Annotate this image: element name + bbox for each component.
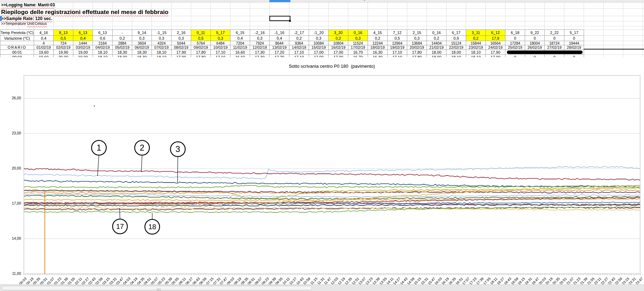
- data-cell[interactable]: 13684: [407, 41, 427, 45]
- horizontal-scrollbar-thumb[interactable]: [1, 286, 312, 290]
- data-cell[interactable]: 24/02/19: [486, 45, 505, 50]
- data-cell[interactable]: 0: [545, 36, 564, 41]
- data-cell[interactable]: 09/02/19: [191, 45, 211, 50]
- data-cell[interactable]: 06/02/19: [132, 45, 152, 50]
- data-cell[interactable]: 17,80: [407, 50, 427, 55]
- data-cell[interactable]: 18,00: [427, 50, 447, 55]
- data-cell[interactable]: 0,3: [211, 36, 230, 41]
- data-cell[interactable]: 28/02/19: [564, 45, 584, 50]
- data-cell[interactable]: 5_17: [211, 30, 230, 36]
- data-cell[interactable]: 17,00: [329, 50, 348, 55]
- data-cell[interactable]: 18,10: [152, 50, 172, 55]
- data-cell[interactable]: 0_16: [348, 30, 368, 36]
- data-cell[interactable]: 0,4: [73, 36, 93, 41]
- data-cell[interactable]: 6484: [211, 41, 230, 45]
- data-cell[interactable]: -1_16: [270, 30, 289, 36]
- data-cell[interactable]: 9364: [289, 41, 309, 45]
- data-cell[interactable]: 23/02/19: [466, 45, 486, 50]
- selected-cell-outline[interactable]: [269, 16, 290, 21]
- data-cell[interactable]: 03/02/19: [73, 45, 93, 50]
- data-cell[interactable]: -1_20: [309, 30, 329, 36]
- data-cell[interactable]: 0: [505, 36, 525, 41]
- data-cell[interactable]: 16/02/19: [329, 45, 348, 50]
- data-cell[interactable]: 7_12: [388, 30, 407, 36]
- data-cell[interactable]: 0,9: [447, 36, 466, 41]
- data-cell[interactable]: 15/02/19: [309, 45, 329, 50]
- data-cell[interactable]: 0,2: [427, 36, 447, 41]
- row-label-cell[interactable]: [0, 41, 34, 45]
- data-cell[interactable]: 0,3: [348, 36, 368, 41]
- data-cell[interactable]: 18724: [545, 41, 564, 45]
- row-label-cell[interactable]: Temp Peretola (°C): [0, 30, 34, 36]
- data-cell[interactable]: 3_11: [466, 30, 486, 36]
- temperature-chart[interactable]: Sotto scrivania centro P0 180 (pavimento…: [0, 57, 644, 284]
- data-cell[interactable]: 17,90: [486, 50, 505, 55]
- data-cell[interactable]: 25/02/19: [505, 45, 525, 50]
- data-cell[interactable]: 0,2: [289, 36, 309, 41]
- data-cell[interactable]: 04/02/19: [93, 45, 113, 50]
- data-cell[interactable]: 22/02/19: [447, 45, 466, 50]
- data-cell[interactable]: -: [113, 30, 132, 36]
- data-cell[interactable]: 2_16: [172, 30, 191, 36]
- data-cell[interactable]: 0,3: [172, 36, 191, 41]
- data-cell[interactable]: -2_16: [250, 30, 270, 36]
- data-cell[interactable]: 6_13: [93, 30, 113, 36]
- report-title-cell[interactable]: Riepilogo delle registrazioni effettuate…: [1, 9, 168, 16]
- temperature-unit-cell[interactable]: >>Temperature Unit:Celsius: [1, 21, 47, 26]
- data-cell[interactable]: 26/02/19: [525, 45, 545, 50]
- data-cell[interactable]: 0,4: [34, 36, 54, 41]
- data-cell[interactable]: 0,3: [152, 36, 172, 41]
- data-cell[interactable]: 0: [525, 36, 545, 41]
- data-cell[interactable]: 2_15: [407, 30, 427, 36]
- data-cell[interactable]: 18/02/19: [368, 45, 388, 50]
- data-cell[interactable]: 14/02/19: [289, 45, 309, 50]
- data-cell[interactable]: 17,80: [191, 50, 211, 55]
- data-cell[interactable]: 0,3: [250, 36, 270, 41]
- data-cell[interactable]: 1444: [73, 41, 93, 45]
- data-cell[interactable]: 12964: [388, 41, 407, 45]
- data-cell[interactable]: 7924: [250, 41, 270, 45]
- data-cell[interactable]: 21/02/19: [427, 45, 447, 50]
- data-cell[interactable]: 5764: [191, 41, 211, 45]
- data-cell[interactable]: 0,3: [407, 36, 427, 41]
- data-cell[interactable]: -1_15: [152, 30, 172, 36]
- data-cell[interactable]: 19,60: [34, 50, 54, 55]
- selection-fill-handle[interactable]: [289, 20, 291, 22]
- data-cell[interactable]: 4324: [152, 41, 172, 45]
- data-cell[interactable]: 0,2: [113, 36, 132, 41]
- data-cell[interactable]: 11/02/19: [230, 45, 250, 50]
- data-cell[interactable]: 17,10: [211, 50, 230, 55]
- data-cell[interactable]: 02/02/19: [54, 45, 73, 50]
- data-cell[interactable]: 0,2: [466, 36, 486, 41]
- data-cell[interactable]: 18,30: [113, 50, 132, 55]
- data-cell[interactable]: 18,10: [466, 50, 486, 55]
- data-cell[interactable]: 17,90: [172, 50, 191, 55]
- data-cell[interactable]: 18,30: [132, 50, 152, 55]
- data-cell[interactable]: 16,60: [230, 50, 250, 55]
- data-cell[interactable]: 0,4: [270, 36, 289, 41]
- data-cell[interactable]: 2_22: [545, 30, 564, 36]
- data-cell[interactable]: 19444: [564, 41, 584, 45]
- data-cell[interactable]: 17,10: [388, 50, 407, 55]
- data-cell[interactable]: 18,10: [93, 50, 113, 55]
- data-cell[interactable]: 6_15: [230, 30, 250, 36]
- data-cell[interactable]: 3_20: [329, 30, 348, 36]
- data-cell[interactable]: 8644: [270, 41, 289, 45]
- sample-rate-cell[interactable]: >>Sample Rate: 120 sec.: [1, 16, 52, 21]
- data-cell[interactable]: 724: [54, 41, 73, 45]
- data-cell[interactable]: 8_13: [54, 30, 73, 36]
- data-cell[interactable]: 15844: [466, 41, 486, 45]
- data-cell[interactable]: 01/02/19: [34, 45, 54, 50]
- data-cell[interactable]: 17,30: [250, 50, 270, 55]
- data-cell[interactable]: 17/02/19: [348, 45, 368, 50]
- data-cell[interactable]: 5044: [172, 41, 191, 45]
- data-cell[interactable]: 0,3: [132, 36, 152, 41]
- data-cell[interactable]: 17,9: [486, 36, 505, 41]
- row-label-cell[interactable]: ORARIO: [0, 45, 34, 50]
- data-cell[interactable]: 7204: [230, 41, 250, 45]
- data-cell[interactable]: 0,2: [329, 36, 348, 41]
- data-cell[interactable]: 4: [34, 41, 54, 45]
- data-cell[interactable]: 9_14: [132, 30, 152, 36]
- data-cell[interactable]: 08/02/19: [172, 45, 191, 50]
- data-cell[interactable]: 0,5: [388, 36, 407, 41]
